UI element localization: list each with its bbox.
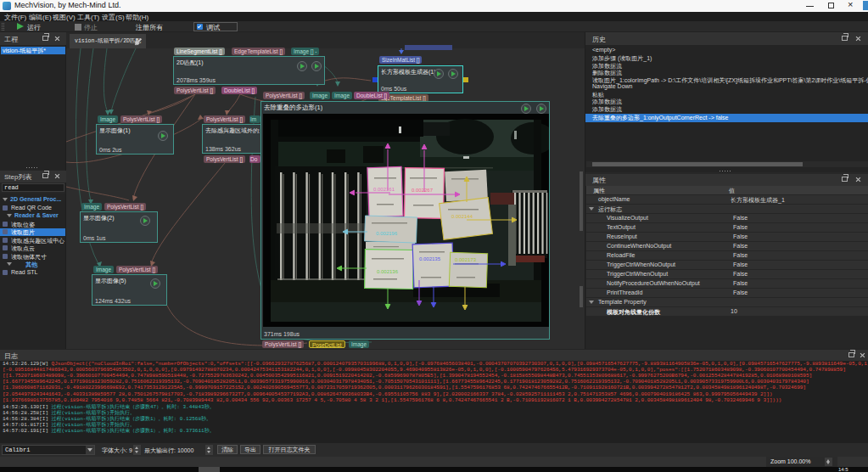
svg-text:0.002196: 0.002196 xyxy=(376,231,398,236)
svg-text:0.002173: 0.002173 xyxy=(455,257,477,262)
svg-text:0.002135: 0.002135 xyxy=(419,256,441,261)
svg-text:0.002144: 0.002144 xyxy=(451,214,473,219)
svg-text:0.002161: 0.002161 xyxy=(373,187,395,192)
svg-text:0.002267: 0.002267 xyxy=(412,188,434,193)
svg-text:0.002136: 0.002136 xyxy=(377,269,399,274)
